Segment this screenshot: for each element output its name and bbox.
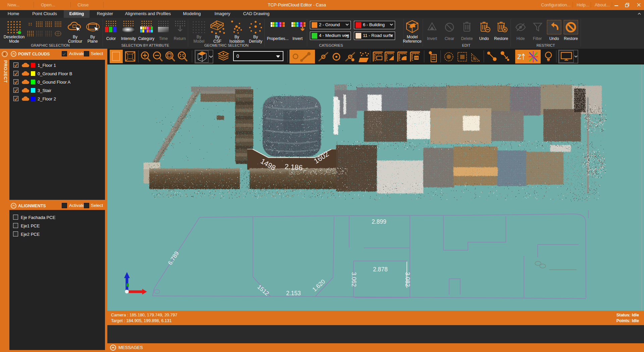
svg-text:3.082: 3.082 bbox=[404, 272, 411, 287]
svg-text:2.899: 2.899 bbox=[372, 218, 386, 225]
svg-text:2.878: 2.878 bbox=[373, 266, 388, 273]
svg-text:2.153: 2.153 bbox=[286, 290, 301, 297]
svg-text:3.062: 3.062 bbox=[351, 272, 357, 287]
svg-text:2.186: 2.186 bbox=[284, 163, 303, 172]
svg-text:Z: Z bbox=[517, 53, 521, 60]
